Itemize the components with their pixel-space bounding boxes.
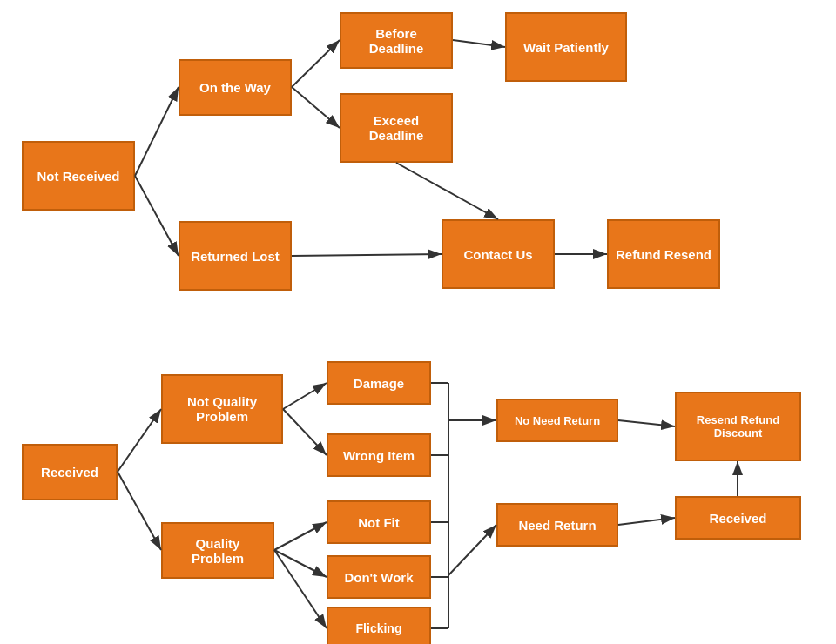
- need-return-node: Need Return: [496, 503, 618, 547]
- svg-line-11: [283, 383, 327, 409]
- svg-line-2: [135, 176, 179, 256]
- not-received-node: Not Received: [22, 141, 135, 211]
- svg-line-3: [292, 40, 340, 87]
- flicking-node: Flicking: [327, 607, 431, 644]
- received-node: Received: [22, 444, 118, 500]
- svg-line-7: [292, 254, 442, 256]
- no-need-return-node: No Need Return: [496, 399, 618, 442]
- refund-resend-node: Refund Resend: [607, 219, 720, 289]
- dont-work-node: Don't Work: [327, 555, 431, 599]
- before-deadline-node: Before Deadline: [340, 12, 453, 69]
- svg-line-4: [292, 87, 340, 128]
- received2-node: Received: [675, 496, 801, 540]
- svg-line-5: [453, 40, 505, 47]
- wrong-item-node: Wrong Item: [327, 433, 431, 477]
- svg-line-15: [274, 550, 327, 628]
- svg-line-13: [274, 522, 327, 550]
- not-quality-node: Not Quality Problem: [161, 374, 283, 444]
- resend-refund-discount-node: Resend Refund Discount: [675, 392, 801, 461]
- svg-line-23: [448, 525, 496, 575]
- svg-line-1: [135, 87, 179, 176]
- returned-lost-node: Returned Lost: [179, 221, 292, 291]
- on-the-way-node: On the Way: [179, 59, 292, 116]
- svg-line-12: [283, 409, 327, 455]
- exceed-deadline-node: Exceed Deadline: [340, 93, 453, 163]
- quality-problem-node: Quality Problem: [161, 522, 274, 579]
- svg-line-24: [618, 420, 675, 426]
- svg-line-10: [118, 472, 161, 550]
- svg-line-14: [274, 550, 327, 577]
- contact-us-node: Contact Us: [442, 219, 555, 289]
- wait-patiently-node: Wait Patiently: [505, 12, 627, 82]
- svg-line-9: [118, 409, 161, 472]
- damage-node: Damage: [327, 361, 431, 405]
- not-fit-node: Not Fit: [327, 500, 431, 544]
- svg-line-25: [618, 518, 675, 525]
- svg-line-6: [396, 163, 498, 219]
